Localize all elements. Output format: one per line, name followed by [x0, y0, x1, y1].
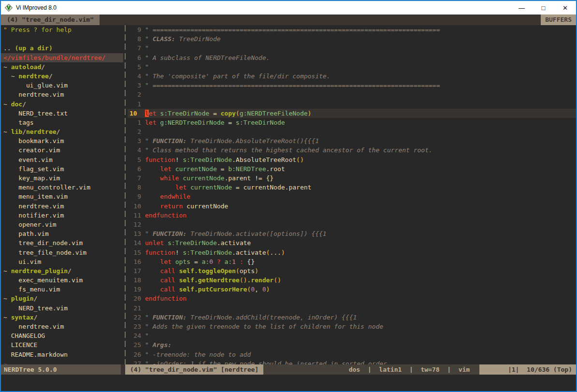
tree-item[interactable]: fs_menu.vim: [3, 285, 123, 294]
code-line[interactable]: 23" Adds the given treenode to the list …: [128, 322, 576, 331]
tree-item[interactable]: ~ doc/: [3, 100, 123, 109]
code-line[interactable]: 8" CLASS: TreeDirNode: [128, 34, 576, 44]
command-line[interactable]: [1, 375, 576, 391]
tree-item[interactable]: nerdtree.vim: [3, 322, 123, 331]
tree-item[interactable]: NERD_tree.txt: [3, 109, 123, 118]
syntax-segment-t: opts: [240, 267, 255, 275]
tree-item[interactable]: README.markdown: [3, 350, 123, 359]
tree-item[interactable]: nerdtree.vim: [3, 202, 123, 211]
editor-pane[interactable]: 9" =====================================…: [128, 25, 576, 364]
tree-item[interactable]: event.vim: [3, 155, 123, 164]
minimize-button[interactable]: —: [511, 1, 533, 15]
syntax-segment-tf: NERD_tree.txt: [3, 110, 68, 117]
code-line[interactable]: 6 let currentNode = b:NERDTree.root: [128, 164, 576, 174]
line-number: 4: [128, 145, 145, 155]
code-line[interactable]: 8 let currentNode = currentNode.parent: [128, 183, 576, 192]
tree-item[interactable]: " Press ? for help: [3, 25, 123, 34]
syntax-segment-td: autoload: [11, 63, 42, 71]
tree-item[interactable]: key_map.vim: [3, 174, 123, 183]
tree-item[interactable]: bookmark.vim: [3, 136, 123, 145]
tree-item[interactable]: CHANGELOG: [3, 331, 123, 340]
code-line[interactable]: 7 while currentNode.parent != {}: [128, 174, 576, 183]
code-line[interactable]: 4" The 'composite' part of the file/dir …: [128, 72, 576, 81]
tab-current[interactable]: (4) "tree_dir_node.vim": [1, 15, 100, 25]
tree-item[interactable]: ~ nerdtree_plugin/: [3, 266, 123, 276]
code-line[interactable]: 15function! s:TreeDirNode.activate(...): [128, 248, 576, 257]
code-line[interactable]: 5function! s:TreeDirNode.AbsoluteTreeRoo…: [128, 155, 576, 164]
syntax-segment-tp: ~: [3, 63, 11, 71]
syntax-segment-c: " -inOrder: 1 if the new node should be …: [145, 360, 387, 364]
maximize-button[interactable]: □: [533, 1, 554, 15]
code-line[interactable]: 13" FUNCTION: TreeDirNode.activate([opti…: [128, 229, 576, 238]
tree-item[interactable]: opener.vim: [3, 220, 123, 229]
line-number: 6: [128, 164, 145, 174]
code-line[interactable]: 24": [128, 331, 576, 340]
tree-item[interactable]: [3, 34, 123, 44]
tree-item[interactable]: creator.vim: [3, 145, 123, 155]
syntax-segment-t: [145, 267, 160, 275]
tree-item[interactable]: ~ plugin/: [3, 294, 123, 303]
close-button[interactable]: ✕: [554, 1, 576, 15]
tree-item[interactable]: ~ nerdtree/: [3, 72, 123, 81]
code-line[interactable]: 16 let opts = a:0 ? a:1 : {}: [128, 257, 576, 266]
code-text: " -inOrder: 1 if the new node should be …: [145, 359, 576, 364]
code-line-current[interactable]: 10let s:TreeDirNode = copy(g:NERDTreeFil…: [128, 109, 576, 118]
code-line[interactable]: 17 call self.toggleOpen(opts): [128, 266, 576, 276]
code-line[interactable]: 1let g:NERDTreeDirNode = s:TreeDirNode: [128, 118, 576, 127]
tree-item[interactable]: ~: [3, 359, 123, 364]
window-title: Vi IMproved 8.0: [16, 4, 57, 11]
code-line[interactable]: 9" =====================================…: [128, 25, 576, 34]
code-line[interactable]: 20endfunction: [128, 294, 576, 303]
tree-item[interactable]: ~ autoload/: [3, 62, 123, 72]
tree-item[interactable]: tree_file_node.vim: [3, 248, 123, 257]
tree-item[interactable]: flag_set.vim: [3, 164, 123, 174]
tree-item[interactable]: path.vim: [3, 229, 123, 238]
code-line[interactable]: 21: [128, 304, 576, 313]
tree-item[interactable]: .. (up a dir): [3, 44, 123, 53]
syntax-segment-t: {}: [244, 258, 255, 265]
code-line[interactable]: 14unlet s:TreeDirNode.activate: [128, 238, 576, 247]
code-line[interactable]: 12: [128, 220, 576, 229]
tree-item[interactable]: notifier.vim: [3, 211, 123, 220]
tree-item[interactable]: ~ syntax/: [3, 313, 123, 322]
code-line[interactable]: 9 endwhile: [128, 192, 576, 201]
tree-item[interactable]: exec_menuitem.vim: [3, 276, 123, 285]
syntax-segment-f: .render: [247, 276, 274, 284]
tree-item[interactable]: nerdtree.vim: [3, 90, 123, 99]
tree-item[interactable]: tree_dir_node.vim: [3, 238, 123, 247]
tree-item[interactable]: menu_item.vim: [3, 192, 123, 201]
code-line[interactable]: 19 call self.putCursorHere(0, 0): [128, 285, 576, 294]
tree-root-item[interactable]: </vimfiles/bundle/nerdtree/: [1, 53, 123, 62]
code-line[interactable]: 27" -inOrder: 1 if the new node should b…: [128, 359, 576, 364]
code-line[interactable]: 3" FUNCTION: TreeDirNode.AbsoluteTreeRoo…: [128, 136, 576, 145]
tree-item[interactable]: ui.vim: [3, 257, 123, 266]
line-number: 18: [128, 276, 145, 285]
syntax-segment-i: s:TreeDirNode: [183, 249, 232, 256]
tree-item[interactable]: menu_controller.vim: [3, 183, 123, 192]
syntax-segment-tp: /: [49, 73, 53, 80]
tree-item[interactable]: ~ lib/nerdtree/: [3, 127, 123, 136]
window-split-separator[interactable]: [123, 25, 128, 364]
code-line[interactable]: 2: [128, 90, 576, 99]
code-line[interactable]: 10 return currentNode: [128, 202, 576, 211]
code-line[interactable]: 5": [128, 62, 576, 72]
tree-item[interactable]: LICENCE: [3, 340, 123, 349]
tree-item[interactable]: ui_glue.vim: [3, 81, 123, 90]
code-line[interactable]: 1: [128, 100, 576, 109]
code-line[interactable]: 18 call self.getNerdtree().render(): [128, 276, 576, 285]
code-line[interactable]: 4" Class method that returns the highest…: [128, 145, 576, 155]
code-line[interactable]: 6" A subclass of NERDTreeFileNode.: [128, 53, 576, 62]
code-line[interactable]: 25" Args:: [128, 340, 576, 349]
tree-item[interactable]: NERD_tree.vim: [3, 304, 123, 313]
code-line[interactable]: 22" FUNCTION: TreeDirNode.addChild(treen…: [128, 313, 576, 322]
syntax-segment-td: plugin: [11, 295, 34, 302]
code-line[interactable]: 11endfunction: [128, 211, 576, 220]
code-line[interactable]: 26" -treenode: the node to add: [128, 350, 576, 359]
code-line[interactable]: 3" =====================================…: [128, 81, 576, 90]
nerdtree-panel[interactable]: " Press ? for help.. (up a dir)</vimfile…: [1, 25, 123, 364]
syntax-segment-t: =: [209, 110, 220, 117]
code-line[interactable]: 7": [128, 44, 576, 53]
code-text: let opts = a:0 ? a:1 : {}: [145, 257, 576, 266]
code-line[interactable]: 2: [128, 127, 576, 136]
tree-item[interactable]: tags: [3, 118, 123, 127]
